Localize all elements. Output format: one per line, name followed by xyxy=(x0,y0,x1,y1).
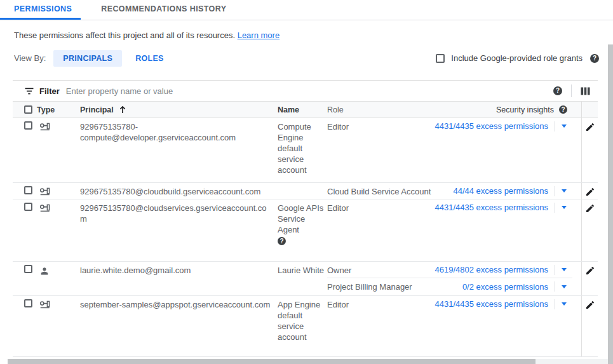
toolbar-divider xyxy=(571,84,572,97)
principal-name: Compute Engine default service account xyxy=(278,122,311,175)
row-select-cell xyxy=(13,199,37,261)
column-header-type[interactable]: Type xyxy=(37,102,65,118)
view-by-option-principals[interactable]: PRINCIPALS xyxy=(53,50,122,67)
role-name: Editor xyxy=(327,299,435,310)
insight-dropdown-button[interactable] xyxy=(555,281,572,292)
help-icon[interactable]: ? xyxy=(590,54,599,63)
row-checkbox[interactable] xyxy=(24,186,32,194)
vertical-scrollbar[interactable] xyxy=(608,44,613,364)
include-google-roles-checkbox[interactable] xyxy=(436,54,445,63)
header-edit-cell xyxy=(581,102,598,118)
row-select-cell xyxy=(13,183,37,199)
principal-email: 929675135780@cloudbuild.gserviceaccount.… xyxy=(65,183,278,199)
view-by-toggle: PRINCIPALSROLES xyxy=(53,50,173,67)
role-binding-row: Owner4619/4802 excess permissions xyxy=(327,262,572,278)
principal-name: Laurie White xyxy=(278,266,324,275)
principal-name-cell: App Engine default service account xyxy=(278,296,327,356)
excess-permissions-link[interactable]: 4431/4435 excess permissions xyxy=(435,299,549,309)
column-header-role[interactable]: Role xyxy=(327,105,344,114)
tab-recommendations-history[interactable]: RECOMMENDATIONS HISTORY xyxy=(92,0,235,20)
principal-type-cell xyxy=(37,262,65,295)
table-row: 929675135780@cloudservices.gserviceaccou… xyxy=(13,199,598,262)
select-all-checkbox[interactable] xyxy=(24,105,32,114)
excess-permissions-link[interactable]: 4431/4435 excess permissions xyxy=(435,121,549,131)
row-select-cell xyxy=(13,296,37,356)
principal-type-cell xyxy=(37,183,65,199)
roles-cell: Editor4431/4435 excess permissions xyxy=(327,199,581,261)
edit-pencil-icon[interactable] xyxy=(585,266,595,276)
service-account-icon xyxy=(39,123,65,131)
caret-down-icon xyxy=(562,268,567,271)
edit-pencil-icon[interactable] xyxy=(585,187,595,197)
insight-dropdown-button[interactable] xyxy=(555,121,572,131)
row-checkbox[interactable] xyxy=(24,299,32,307)
filter-toolbar: Filter ? xyxy=(13,81,598,102)
edit-pencil-icon[interactable] xyxy=(585,122,595,132)
row-select-cell xyxy=(13,118,37,182)
roles-cell: Owner4619/4802 excess permissionsProject… xyxy=(327,262,581,295)
column-header-security-insights[interactable]: Role Security insights ? xyxy=(327,102,581,118)
insight-dropdown-button[interactable] xyxy=(555,299,572,309)
role-binding-row: Editor4431/4435 excess permissions xyxy=(327,199,572,215)
horizontal-scrollbar[interactable] xyxy=(8,359,608,364)
principal-type-cell xyxy=(37,296,65,356)
insight-dropdown-button[interactable] xyxy=(555,203,572,213)
caret-down-icon xyxy=(562,302,567,306)
excess-permissions-link[interactable]: 44/44 excess permissions xyxy=(453,185,548,196)
principal-type-cell xyxy=(37,118,65,182)
edit-pencil-icon[interactable] xyxy=(585,300,595,310)
horizontal-scrollbar-thumb[interactable] xyxy=(8,359,536,364)
insight-dropdown-button[interactable] xyxy=(555,265,572,275)
principal-name: Google APIs Service Agent xyxy=(278,203,323,234)
help-icon[interactable]: ? xyxy=(559,105,567,114)
learn-more-link[interactable]: Learn more xyxy=(238,30,280,40)
table-row: 929675135780@cloudbuild.gserviceaccount.… xyxy=(13,183,598,199)
tab-permissions[interactable]: PERMISSIONS xyxy=(0,0,81,20)
edit-cell xyxy=(581,183,598,199)
column-header-name[interactable]: Name xyxy=(278,102,327,118)
include-google-roles-toggle: Include Google-provided role grants ? xyxy=(436,53,599,63)
role-name: Owner xyxy=(327,264,435,276)
service-account-icon xyxy=(39,187,65,196)
table-body: 929675135780-compute@developer.gservicea… xyxy=(13,118,598,357)
filter-input[interactable] xyxy=(66,86,553,96)
role-binding-row: Cloud Build Service Account44/44 excess … xyxy=(327,183,572,199)
row-checkbox[interactable] xyxy=(24,203,32,211)
principal-email: september-samples@appspot.gserviceaccoun… xyxy=(65,296,278,356)
permissions-table: Filter ? Type Principal xyxy=(13,80,598,357)
help-icon[interactable]: ? xyxy=(278,237,286,245)
description: These permissions affect this project an… xyxy=(14,30,613,40)
caret-down-icon xyxy=(562,206,567,209)
role-binding-row: Editor4431/4435 excess permissions xyxy=(327,296,572,312)
column-display-icon[interactable] xyxy=(581,87,590,95)
row-select-cell xyxy=(13,262,37,295)
help-icon[interactable]: ? xyxy=(553,86,562,95)
excess-permissions-link[interactable]: 4619/4802 excess permissions xyxy=(435,264,549,275)
principal-email: laurie.white.demo@gmail.com xyxy=(65,262,278,295)
sort-ascending-icon xyxy=(119,105,126,114)
edit-cell xyxy=(581,296,598,356)
principal-name-cell xyxy=(278,183,327,199)
column-header-principal[interactable]: Principal xyxy=(65,102,278,118)
view-by-row: View By: PRINCIPALSROLES Include Google-… xyxy=(14,50,599,67)
description-text: These permissions affect this project an… xyxy=(14,30,235,40)
table-row: september-samples@appspot.gserviceaccoun… xyxy=(13,296,598,357)
principal-name-cell: Compute Engine default service account xyxy=(278,118,327,182)
role-name: Editor xyxy=(327,121,435,132)
role-binding-row: Editor4431/4435 excess permissions xyxy=(327,118,572,134)
view-by-option-roles[interactable]: ROLES xyxy=(126,50,173,67)
edit-pencil-icon[interactable] xyxy=(585,203,595,213)
principal-email: 929675135780-compute@developer.gservicea… xyxy=(65,118,278,182)
excess-permissions-link[interactable]: 0/2 excess permissions xyxy=(462,281,548,292)
excess-permissions-link[interactable]: 4431/4435 excess permissions xyxy=(435,202,549,213)
principal-name-cell: Google APIs Service Agent? xyxy=(278,199,327,261)
include-google-roles-label: Include Google-provided role grants xyxy=(451,53,583,63)
role-binding-row: Project Billing Manager0/2 excess permis… xyxy=(327,278,572,295)
row-checkbox[interactable] xyxy=(24,121,32,130)
caret-down-icon xyxy=(562,125,567,128)
insight-dropdown-button[interactable] xyxy=(555,186,572,196)
roles-cell: Editor4431/4435 excess permissions xyxy=(327,296,581,356)
row-checkbox[interactable] xyxy=(24,265,32,273)
filter-label: Filter xyxy=(39,86,60,96)
filter-icon xyxy=(24,87,34,95)
